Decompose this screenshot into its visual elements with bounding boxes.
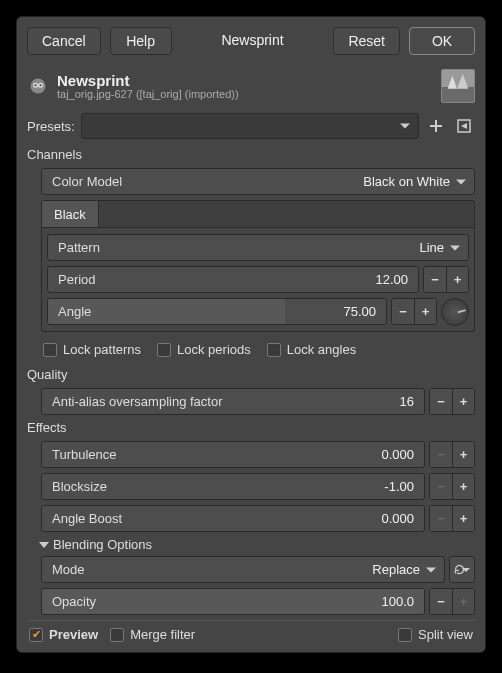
color-model-select[interactable]: Color Model Black on White bbox=[41, 168, 475, 195]
mode-label: Mode bbox=[52, 562, 85, 577]
angle-stepper[interactable]: − + bbox=[391, 298, 437, 325]
mode-switch-button[interactable] bbox=[449, 556, 475, 583]
mode-select[interactable]: Mode Replace bbox=[41, 556, 445, 583]
presets-row: Presets: bbox=[27, 113, 475, 139]
filter-header: Newsprint taj_orig.jpg-627 ([taj_orig] (… bbox=[27, 69, 475, 103]
lock-angles-label: Lock angles bbox=[287, 342, 356, 357]
antialias-stepper[interactable]: − + bbox=[429, 388, 475, 415]
presets-menu-icon[interactable] bbox=[453, 115, 475, 137]
merge-filter-checkbox[interactable]: Merge filter bbox=[110, 627, 195, 642]
antialias-decrement[interactable]: − bbox=[430, 389, 452, 414]
dialog-title: Newsprint bbox=[213, 27, 291, 55]
antialias-increment[interactable]: + bbox=[452, 389, 474, 414]
cancel-button[interactable]: Cancel bbox=[27, 27, 101, 55]
angleboost-decrement[interactable]: − bbox=[430, 506, 452, 531]
color-model-label: Color Model bbox=[52, 174, 122, 189]
antialias-value: 16 bbox=[400, 394, 414, 409]
presets-combo[interactable] bbox=[81, 113, 419, 139]
quality-section-title: Quality bbox=[27, 367, 475, 382]
turbulence-stepper[interactable]: − + bbox=[429, 441, 475, 468]
turbulence-slider[interactable]: Turbulence 0.000 bbox=[41, 441, 425, 468]
filter-target: taj_orig.jpg-627 ([taj_orig] (imported)) bbox=[57, 88, 433, 100]
turbulence-value: 0.000 bbox=[381, 447, 414, 462]
blocksize-value: -1.00 bbox=[384, 479, 414, 494]
lock-periods-label: Lock periods bbox=[177, 342, 251, 357]
lock-periods-checkbox[interactable]: Lock periods bbox=[157, 342, 251, 357]
angle-dial[interactable] bbox=[441, 298, 469, 326]
svg-point-0 bbox=[31, 79, 46, 94]
color-model-value: Black on White bbox=[363, 174, 450, 189]
split-view-checkbox[interactable]: Split view bbox=[398, 627, 473, 642]
gimp-icon bbox=[27, 75, 49, 97]
dialog-footer: Preview Merge filter Split view bbox=[27, 620, 475, 644]
turbulence-decrement[interactable]: − bbox=[430, 442, 452, 467]
preview-checkbox[interactable]: Preview bbox=[29, 627, 98, 642]
blending-title: Blending Options bbox=[53, 537, 152, 552]
dialog-button-bar: Cancel Help Newsprint Reset OK bbox=[27, 27, 475, 55]
blocksize-stepper[interactable]: − + bbox=[429, 473, 475, 500]
split-view-label: Split view bbox=[418, 627, 473, 642]
pattern-select[interactable]: Pattern Line bbox=[47, 234, 469, 261]
angleboost-slider[interactable]: Angle Boost 0.000 bbox=[41, 505, 425, 532]
lock-angles-checkbox[interactable]: Lock angles bbox=[267, 342, 356, 357]
period-value: 12.00 bbox=[375, 272, 408, 287]
opacity-decrement[interactable]: − bbox=[430, 589, 452, 614]
chevron-down-icon bbox=[39, 542, 49, 548]
blocksize-label: Blocksize bbox=[52, 479, 107, 494]
period-slider[interactable]: Period 12.00 bbox=[47, 266, 419, 293]
opacity-stepper[interactable]: − + bbox=[429, 588, 475, 615]
mode-value: Replace bbox=[372, 562, 420, 577]
svg-rect-6 bbox=[442, 87, 474, 102]
newsprint-dialog: Cancel Help Newsprint Reset OK Newsprint… bbox=[16, 16, 486, 653]
angle-slider[interactable]: Angle 75.00 bbox=[47, 298, 387, 325]
turbulence-increment[interactable]: + bbox=[452, 442, 474, 467]
svg-point-3 bbox=[35, 84, 37, 86]
period-stepper[interactable]: − + bbox=[423, 266, 469, 293]
merge-filter-label: Merge filter bbox=[130, 627, 195, 642]
angle-decrement[interactable]: − bbox=[392, 299, 414, 324]
period-increment[interactable]: + bbox=[446, 267, 468, 292]
angleboost-value: 0.000 bbox=[381, 511, 414, 526]
opacity-increment[interactable]: + bbox=[452, 589, 474, 614]
angleboost-increment[interactable]: + bbox=[452, 506, 474, 531]
angle-label: Angle bbox=[58, 304, 91, 319]
angleboost-label: Angle Boost bbox=[52, 511, 122, 526]
presets-label: Presets: bbox=[27, 119, 75, 134]
blending-expander[interactable]: Blending Options bbox=[39, 537, 475, 552]
blocksize-decrement[interactable]: − bbox=[430, 474, 452, 499]
lock-row: Lock patterns Lock periods Lock angles bbox=[41, 338, 475, 363]
opacity-label: Opacity bbox=[52, 594, 96, 609]
presets-add-icon[interactable] bbox=[425, 115, 447, 137]
channel-panel: Pattern Line Period 12.00 − + Angle 7 bbox=[41, 228, 475, 332]
preview-label: Preview bbox=[49, 627, 98, 642]
ok-button[interactable]: OK bbox=[409, 27, 475, 55]
effects-section-title: Effects bbox=[27, 420, 475, 435]
angle-value: 75.00 bbox=[343, 304, 376, 319]
reset-button[interactable]: Reset bbox=[333, 27, 400, 55]
period-label: Period bbox=[58, 272, 96, 287]
lock-patterns-label: Lock patterns bbox=[63, 342, 141, 357]
opacity-slider[interactable]: Opacity 100.0 bbox=[41, 588, 425, 615]
svg-point-4 bbox=[40, 84, 42, 86]
channel-tab-black[interactable]: Black bbox=[42, 201, 99, 227]
help-button[interactable]: Help bbox=[110, 27, 172, 55]
channel-tabs: Black bbox=[41, 200, 475, 228]
antialias-slider[interactable]: Anti-alias oversampling factor 16 bbox=[41, 388, 425, 415]
channels-section-title: Channels bbox=[27, 147, 475, 162]
lock-patterns-checkbox[interactable]: Lock patterns bbox=[43, 342, 141, 357]
filter-name: Newsprint bbox=[57, 72, 433, 89]
angle-increment[interactable]: + bbox=[414, 299, 436, 324]
antialias-label: Anti-alias oversampling factor bbox=[52, 394, 223, 409]
period-decrement[interactable]: − bbox=[424, 267, 446, 292]
pattern-value: Line bbox=[419, 240, 444, 255]
preview-thumbnail bbox=[441, 69, 475, 103]
turbulence-label: Turbulence bbox=[52, 447, 117, 462]
opacity-value: 100.0 bbox=[381, 594, 414, 609]
angleboost-stepper[interactable]: − + bbox=[429, 505, 475, 532]
blocksize-increment[interactable]: + bbox=[452, 474, 474, 499]
blocksize-slider[interactable]: Blocksize -1.00 bbox=[41, 473, 425, 500]
pattern-label: Pattern bbox=[58, 240, 100, 255]
